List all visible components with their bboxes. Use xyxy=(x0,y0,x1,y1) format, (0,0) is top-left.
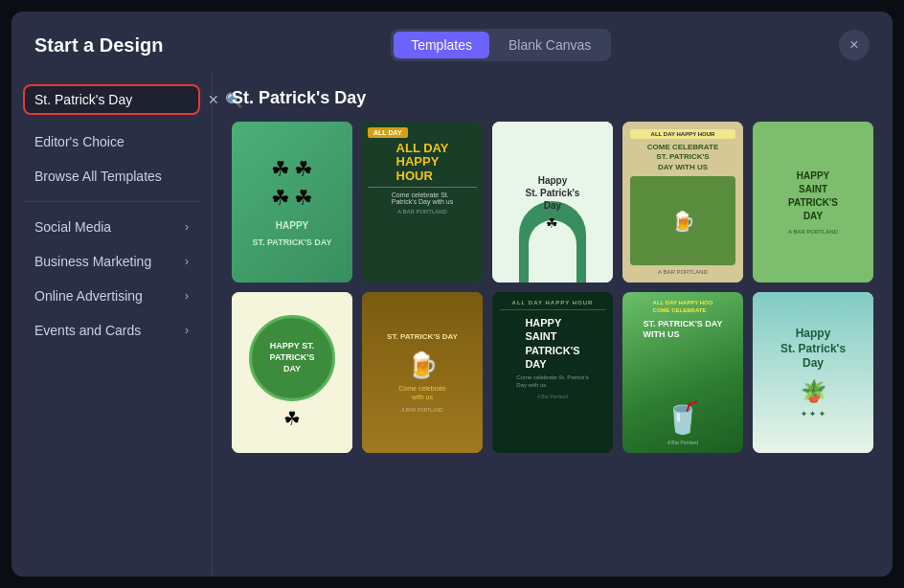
sidebar-category-online-advertising[interactable]: Online Advertising › xyxy=(19,281,204,311)
sidebar-category-business-marketing[interactable]: Business Marketing › xyxy=(19,246,204,277)
close-icon: × xyxy=(849,36,858,54)
section-title: St. Patrick's Day xyxy=(232,88,873,108)
template-card[interactable]: All Day Happy HooCome celebrate St. Patr… xyxy=(622,292,743,453)
template-card[interactable]: HappySt. Patrick'sDay 🪴 ✦ ✦ ✦ xyxy=(753,292,873,453)
tab-group: Templates Blank Canvas xyxy=(391,29,611,61)
modal: Start a Design Templates Blank Canvas × … xyxy=(11,11,893,577)
modal-title: Start a Design xyxy=(34,34,163,57)
template-card[interactable]: ALL DAY ALL DAYHAPPYHOUR Come celebrate … xyxy=(362,122,483,283)
sidebar-item-editors-choice[interactable]: Editor's Choice xyxy=(19,126,204,157)
template-card[interactable]: HappySt. Patrick'sDay ☘ xyxy=(492,122,613,283)
search-input[interactable] xyxy=(34,92,202,107)
sidebar-item-browse-all[interactable]: Browse All Templates xyxy=(19,161,204,192)
template-card[interactable]: ☘ ☘ ☘ ☘ Happy St. Patrick's Day xyxy=(232,122,352,283)
modal-header: Start a Design Templates Blank Canvas × xyxy=(11,11,893,73)
sidebar-category-social-media[interactable]: Social Media › xyxy=(19,212,204,242)
modal-body: ✕ 🔍 Editor's Choice Browse All Templates… xyxy=(11,73,893,577)
template-card[interactable]: HAPPYSAINTPATRICK'SDAY A BAR PORTLAND xyxy=(753,122,873,283)
sidebar: ✕ 🔍 Editor's Choice Browse All Templates… xyxy=(11,73,213,577)
tab-blank-canvas[interactable]: Blank Canvas xyxy=(491,32,608,58)
template-card[interactable]: HAPPY ST.PATRICK'SDAY ☘ xyxy=(232,292,352,453)
modal-overlay: Start a Design Templates Blank Canvas × … xyxy=(0,0,904,588)
tab-templates[interactable]: Templates xyxy=(394,32,489,58)
sidebar-divider xyxy=(23,201,200,202)
chevron-icon: › xyxy=(185,289,189,303)
chevron-icon: › xyxy=(185,324,189,337)
template-card[interactable]: St. Patrick's Day 🍺 Come celebratewith u… xyxy=(362,292,483,453)
chevron-icon: › xyxy=(185,220,189,234)
sidebar-category-events-cards[interactable]: Events and Cards › xyxy=(19,315,204,346)
main-content: St. Patrick's Day ☘ ☘ ☘ ☘ Happy xyxy=(213,73,893,577)
template-card[interactable]: All Day Happy Hour HAPPYSAINTPATRICK'SDA… xyxy=(492,292,613,453)
templates-grid: ☘ ☘ ☘ ☘ Happy St. Patrick's Day ALL xyxy=(232,122,873,453)
search-bar: ✕ 🔍 xyxy=(23,84,200,115)
template-card[interactable]: ALL DAY HAPPY HOUR COME CELEBRATEST. PAT… xyxy=(622,122,743,283)
close-button[interactable]: × xyxy=(839,30,870,60)
chevron-icon: › xyxy=(185,255,189,268)
